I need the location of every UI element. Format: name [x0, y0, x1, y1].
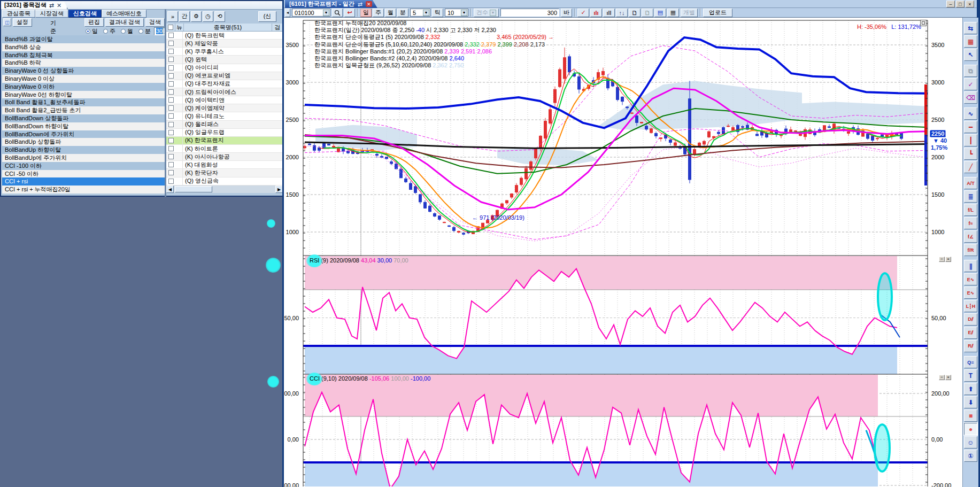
condition-item[interactable]: Boll Band 활용2_급반등 초기 — [2, 106, 165, 114]
condition-item[interactable]: Band%B 하락 — [2, 59, 165, 67]
tab-관심종목[interactable]: 관심종목 — [2, 10, 35, 18]
stock-row[interactable]: (Q) 영신금속 — [166, 177, 283, 185]
horizontal-line-icon[interactable]: ━ — [964, 121, 977, 133]
price-channel-icon[interactable]: f/L — [964, 204, 977, 216]
elliott-wave1-icon[interactable]: E∿ — [964, 273, 977, 285]
smiley-icon[interactable]: ☺ — [964, 436, 977, 449]
tab-신호검색[interactable]: 신호검색 — [68, 10, 102, 18]
text-tool-icon[interactable]: T — [964, 369, 977, 382]
select-all-checkbox[interactable] — [166, 24, 175, 31]
period-button-주[interactable]: 주 — [373, 9, 384, 17]
sort-arrows-icon[interactable]: ↑↓ — [616, 9, 628, 17]
arrow-up-icon[interactable]: ⬆ — [964, 383, 977, 395]
tick-button[interactable]: 틱 — [432, 9, 443, 17]
vertical-line-icon[interactable]: ┃ — [964, 134, 977, 146]
square-marker-icon[interactable]: ■ — [964, 409, 977, 422]
row-checkbox[interactable] — [168, 162, 174, 167]
radio-분[interactable] — [138, 29, 143, 34]
close-icon[interactable]: ✕ — [366, 1, 372, 7]
chart-option-button[interactable] — [920, 20, 927, 26]
condition-item[interactable]: BollBandDown에 주가위치 — [2, 130, 165, 138]
condition-item[interactable]: CCI -100 이하 — [2, 162, 165, 170]
collapse-left-icon[interactable]: ◂ — [285, 9, 290, 17]
stock-row[interactable]: (Q) 아이디피 — [166, 64, 283, 72]
zoom-disabled-icon[interactable]: ⧉ — [964, 65, 977, 77]
row-checkbox[interactable] — [168, 41, 174, 46]
close-icon[interactable]: × — [945, 375, 951, 380]
condition-item[interactable]: Boll Band 활용1_횡보추세돌파 — [2, 98, 165, 106]
row-checkbox[interactable] — [168, 138, 174, 143]
stock-row[interactable]: (Q) 에코프로비엠 — [166, 72, 283, 80]
elliott-wave2-icon[interactable]: E∿ — [964, 287, 977, 299]
scroll-left-icon[interactable]: ◀ — [166, 185, 174, 193]
row-checkbox[interactable] — [168, 81, 174, 87]
text-annotation-icon[interactable]: A/T — [964, 177, 977, 189]
condition-item[interactable]: BollBandDown 하향이탈 — [2, 122, 165, 130]
erase-all-icon[interactable]: ⌫ — [964, 91, 977, 104]
check-eraser-icon[interactable]: ✓ — [964, 78, 977, 90]
condition-item[interactable]: BollBandUp 하향이탈 — [2, 146, 165, 154]
row-checkbox[interactable] — [168, 73, 174, 79]
chart-title-tab[interactable]: [6101] 한국프랜지 - 일간 ⇄ ✕ — [285, 0, 377, 8]
condition-item[interactable]: BinaryWave 0 선 상향돌파 — [2, 67, 165, 75]
condition-item[interactable]: BinaryWave 0선 하향이탈 — [2, 91, 165, 99]
minimize-icon[interactable]: – — [946, 1, 955, 7]
condition-item[interactable]: Band%B 침체극복 — [2, 51, 165, 59]
stock-row[interactable]: (K) 한국단자 — [166, 169, 283, 177]
col-search[interactable]: 검 — [272, 24, 283, 31]
pin-icon[interactable]: ◫ — [3, 18, 11, 26]
stock-row[interactable]: (Q) 에이텍티앤 — [166, 96, 283, 104]
stock-row[interactable]: (Q) 드림씨아이에스 — [166, 88, 283, 96]
period-button-일[interactable]: 일 — [360, 9, 372, 17]
condition-item[interactable]: BinaryWave 0 이하 — [2, 83, 165, 91]
r-pattern-icon[interactable]: R⫽ — [964, 340, 977, 352]
period-button-분[interactable]: 분 — [397, 9, 408, 17]
row-checkbox[interactable] — [168, 170, 174, 175]
replay-icon[interactable]: ↩ — [344, 9, 355, 17]
row-checkbox[interactable] — [168, 154, 174, 159]
row-checkbox[interactable] — [168, 179, 174, 184]
condition-item[interactable]: Band%B 과열이탈 — [2, 35, 165, 43]
tick-count-combo[interactable]: 10▼ — [445, 9, 468, 17]
number-marker-icon[interactable]: ① — [964, 450, 977, 462]
condition-item[interactable]: BollBandDown 상향돌파 — [2, 114, 165, 122]
step-line-icon[interactable]: ┗ — [964, 148, 977, 160]
row-checkbox[interactable] — [168, 33, 174, 38]
expand-button[interactable]: » — [167, 11, 178, 22]
crosshair-grid-icon[interactable]: ▦ — [964, 35, 977, 48]
stock-row[interactable]: (Q) 유니테크노 — [166, 112, 283, 120]
fib-levels-icon[interactable]: ≣ — [964, 190, 977, 203]
stock-row[interactable]: (K) 쿠쿠홈시스 — [166, 48, 283, 56]
refresh-icon[interactable]: ⟲ — [214, 11, 225, 22]
split-chart-icon[interactable]: ▤ — [654, 9, 666, 17]
restore-icon[interactable]: □ — [956, 1, 964, 7]
row-checkbox[interactable] — [168, 49, 174, 54]
stock-row[interactable]: (Q) 올리패스 — [166, 121, 283, 129]
minimize-icon[interactable]: − — [939, 257, 945, 262]
stock-row[interactable]: (Q) 대주전자재료 — [166, 80, 283, 88]
condition-item[interactable]: CCI + rsi + 누적매집20일 — [2, 185, 165, 194]
regression-icon[interactable]: f/R — [964, 244, 977, 256]
stock-row[interactable]: (K) 제일약품 — [166, 40, 283, 48]
edit-button[interactable]: 편집 — [84, 18, 104, 27]
circle-marker-icon[interactable]: ● — [964, 423, 977, 435]
grid-table-icon[interactable]: ▦ — [667, 9, 679, 17]
stock-row[interactable]: (K) 하이트론 — [166, 145, 283, 153]
radio-일[interactable] — [86, 29, 90, 34]
settings-button[interactable]: 설정 — [13, 18, 32, 27]
radio-주[interactable] — [103, 29, 108, 34]
d-pattern-icon[interactable]: D⫽ — [964, 313, 977, 326]
minute-combo[interactable]: 5▼ — [410, 9, 430, 17]
row-checkbox[interactable] — [168, 113, 174, 119]
doc-disabled-icon[interactable]: 🗋 — [642, 9, 653, 17]
e-pattern-icon[interactable]: E⫽ — [964, 327, 977, 339]
search-icon[interactable] — [332, 9, 343, 17]
condition-item[interactable]: BollBandUp에 주가위치 — [2, 154, 165, 162]
row-checkbox[interactable] — [168, 130, 174, 135]
parallel-lines-icon[interactable]: ∥ — [964, 260, 977, 272]
condition-item[interactable]: CCI -50 이하 — [2, 170, 165, 178]
close-icon[interactable]: × — [966, 1, 974, 7]
col-name[interactable]: 종목명(51) — [184, 24, 272, 31]
stock-row[interactable]: (K) 한국프랜지 — [166, 137, 283, 145]
gear-icon[interactable]: ⚙ — [191, 11, 202, 22]
